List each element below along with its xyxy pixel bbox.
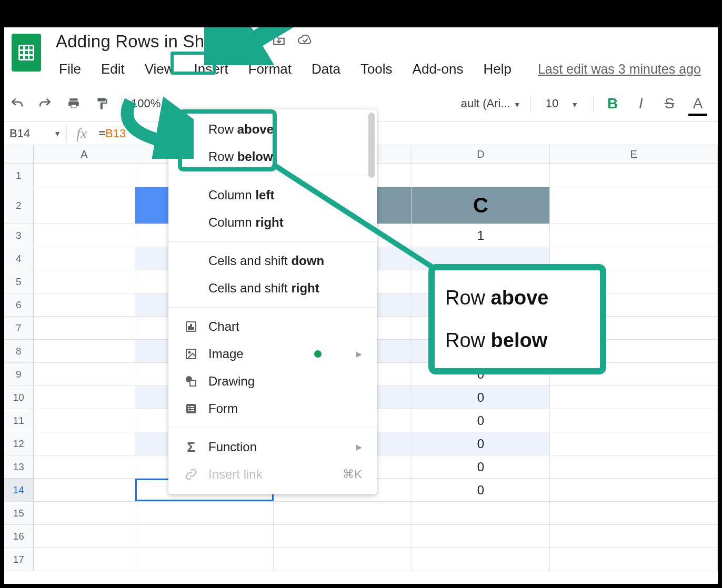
svg-rect-17 — [190, 408, 194, 409]
star-icon[interactable]: ☆ — [249, 34, 260, 49]
menu-view[interactable]: View — [142, 59, 177, 79]
menu-edit[interactable]: Edit — [98, 59, 128, 79]
row-header[interactable]: 12 — [4, 432, 34, 455]
row-header[interactable]: 16 — [4, 525, 34, 548]
menu-help[interactable]: Help — [480, 59, 514, 79]
menu-addons[interactable]: Add-ons — [409, 59, 467, 79]
last-edit-link[interactable]: Last edit was 3 minutes ago — [538, 62, 701, 77]
form-icon — [183, 401, 199, 417]
svg-rect-16 — [188, 408, 189, 409]
print-button[interactable] — [64, 94, 83, 113]
insert-row-above[interactable]: Row above — [168, 116, 377, 143]
row-header[interactable]: 13 — [4, 455, 34, 478]
strikethrough-button[interactable]: S — [660, 94, 679, 113]
svg-rect-7 — [190, 325, 192, 330]
row-header[interactable]: 11 — [4, 409, 34, 432]
annotation-callout: Row above Row below — [428, 264, 606, 374]
text-color-button[interactable]: A — [688, 94, 707, 113]
name-box[interactable]: B14▼ — [4, 127, 66, 140]
zoom-select[interactable]: 100% — [131, 97, 161, 110]
submenu-arrow-icon: ▶ — [356, 350, 362, 358]
svg-rect-6 — [188, 327, 189, 330]
sheets-logo-icon — [12, 34, 41, 72]
svg-rect-18 — [188, 410, 189, 411]
insert-function[interactable]: Σ Function ▶ — [168, 433, 377, 461]
menu-format[interactable]: Format — [245, 59, 295, 79]
row-header[interactable]: 15 — [4, 502, 34, 524]
insert-row-below[interactable]: Row below — [168, 143, 377, 170]
title-bar: Adding Rows in Sheets ☆ File Edit — [4, 27, 718, 79]
row-header[interactable]: 7 — [4, 317, 34, 339]
insert-cells-shift-down[interactable]: Cells and shift down — [168, 247, 377, 275]
row-header[interactable]: 9 — [4, 363, 34, 386]
insert-image[interactable]: Image ▶ — [168, 340, 377, 368]
col-header-A[interactable]: A — [34, 145, 135, 164]
insert-form[interactable]: Form — [168, 395, 377, 422]
paint-format-button[interactable] — [93, 94, 112, 113]
svg-rect-9 — [186, 349, 196, 359]
cloud-status-icon[interactable] — [297, 34, 312, 49]
svg-rect-12 — [190, 380, 196, 386]
insert-cells-shift-right[interactable]: Cells and shift right — [168, 275, 377, 302]
row-header[interactable]: 17 — [4, 548, 34, 571]
font-family-select[interactable]: ault (Ari...▼ — [461, 97, 521, 110]
move-icon[interactable] — [272, 34, 286, 49]
insert-link: Insert link ⌘K — [168, 461, 377, 488]
scrollbar-thumb[interactable] — [368, 113, 375, 178]
insert-column-right[interactable]: Column right — [168, 209, 377, 236]
image-icon — [183, 346, 199, 362]
svg-rect-14 — [188, 406, 189, 407]
drawing-icon — [183, 373, 199, 389]
chart-icon — [183, 319, 199, 334]
svg-point-10 — [189, 352, 190, 353]
row-header[interactable]: 3 — [4, 224, 34, 247]
sigma-icon: Σ — [183, 439, 199, 455]
font-size-select[interactable]: 10▼ — [546, 97, 578, 110]
redo-button[interactable] — [36, 94, 55, 113]
row-header[interactable]: 1 — [4, 164, 34, 187]
menu-bar: File Edit View Insert Format Data Tools … — [56, 59, 710, 79]
bold-button[interactable]: B — [603, 94, 622, 113]
insert-menu-dropdown: Row above Row below Column left Column r… — [168, 109, 377, 494]
row-header[interactable]: 4 — [4, 247, 34, 270]
insert-column-left[interactable]: Column left — [168, 181, 377, 209]
row-header[interactable]: 10 — [4, 386, 34, 409]
col-header-D[interactable]: D — [412, 145, 550, 164]
link-icon — [183, 467, 199, 482]
col-header-E[interactable]: E — [550, 145, 718, 164]
submenu-arrow-icon: ▶ — [356, 443, 362, 451]
select-all-corner[interactable] — [4, 145, 34, 164]
svg-rect-8 — [193, 328, 194, 330]
menu-tools[interactable]: Tools — [357, 59, 396, 79]
row-header[interactable]: 2 — [4, 187, 34, 224]
undo-button[interactable] — [7, 94, 26, 113]
italic-button[interactable]: I — [631, 94, 650, 113]
svg-rect-19 — [190, 410, 194, 411]
fx-icon: fx — [66, 125, 96, 142]
svg-rect-15 — [190, 406, 194, 407]
insert-drawing[interactable]: Drawing — [168, 368, 377, 395]
menu-data[interactable]: Data — [308, 59, 344, 79]
badge-dot-icon — [314, 350, 322, 358]
row-header[interactable]: 8 — [4, 340, 34, 362]
svg-rect-0 — [19, 46, 34, 60]
row-header[interactable]: 5 — [4, 270, 34, 293]
menu-file[interactable]: File — [56, 59, 84, 79]
formula-input[interactable]: =B13 — [96, 127, 126, 140]
menu-insert[interactable]: Insert — [191, 59, 232, 79]
row-header[interactable]: 6 — [4, 293, 34, 316]
insert-chart[interactable]: Chart — [168, 313, 377, 340]
row-header[interactable]: 14 — [4, 479, 34, 501]
doc-title[interactable]: Adding Rows in Sheets — [56, 32, 237, 52]
